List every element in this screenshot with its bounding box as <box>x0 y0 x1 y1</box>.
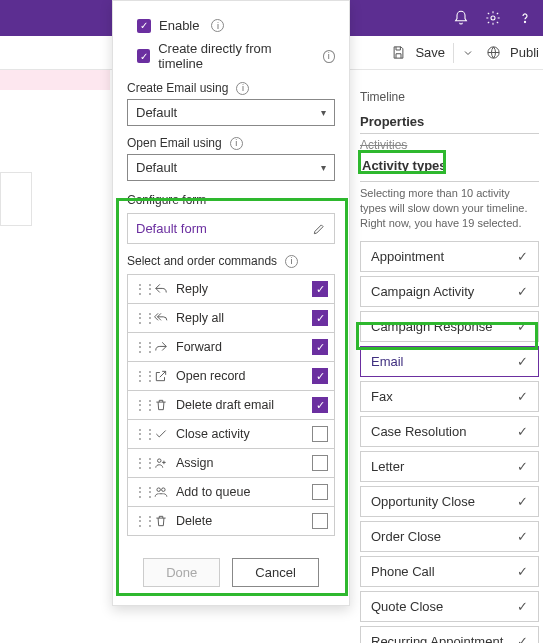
create-email-label: Create Email usingi <box>127 81 335 95</box>
activity-types-header[interactable]: Activity types <box>360 154 447 177</box>
create-from-timeline-checkbox[interactable]: ✓ <box>137 49 150 63</box>
gear-icon[interactable] <box>483 8 503 28</box>
command-row[interactable]: ⋮⋮Forward✓ <box>127 333 335 362</box>
activity-type-label: Email <box>371 354 404 369</box>
create-from-timeline-label: Create directly from timeline <box>158 41 310 71</box>
command-row[interactable]: ⋮⋮Open record✓ <box>127 362 335 391</box>
info-icon[interactable]: i <box>285 255 298 268</box>
drag-handle-icon[interactable]: ⋮⋮ <box>134 369 146 383</box>
activity-type-list: Appointment✓Campaign Activity✓Campaign R… <box>360 241 539 643</box>
command-label: Open record <box>176 369 306 383</box>
command-row[interactable]: ⋮⋮Add to queue <box>127 478 335 507</box>
create-email-select[interactable]: Default▾ <box>127 99 335 126</box>
command-list: ⋮⋮Reply✓⋮⋮Reply all✓⋮⋮Forward✓⋮⋮Open rec… <box>127 274 335 536</box>
activity-type-label: Order Close <box>371 529 441 544</box>
command-checkbox[interactable] <box>312 513 328 529</box>
activity-type-label: Campaign Response <box>371 319 492 334</box>
divider <box>453 43 454 63</box>
divider <box>360 181 539 182</box>
drag-handle-icon[interactable]: ⋮⋮ <box>134 282 146 296</box>
queue-icon <box>152 485 170 499</box>
command-row[interactable]: ⋮⋮Reply all✓ <box>127 304 335 333</box>
publish-icon <box>486 45 504 60</box>
command-checkbox[interactable]: ✓ <box>312 368 328 384</box>
publish-button[interactable]: Publi <box>510 45 539 60</box>
command-row[interactable]: ⋮⋮Delete <box>127 507 335 536</box>
assign-icon <box>152 456 170 470</box>
replyall-icon <box>152 311 170 325</box>
chevron-down-icon[interactable] <box>462 47 480 59</box>
activity-type-item[interactable]: Campaign Activity✓ <box>360 276 539 307</box>
drag-handle-icon[interactable]: ⋮⋮ <box>134 514 146 528</box>
activity-type-item[interactable]: Case Resolution✓ <box>360 416 539 447</box>
timeline-title: Timeline <box>360 90 539 104</box>
divider <box>360 133 539 134</box>
command-row[interactable]: ⋮⋮Reply✓ <box>127 274 335 304</box>
activity-type-item[interactable]: Quote Close✓ <box>360 591 539 622</box>
command-label: Close activity <box>176 427 306 441</box>
drag-handle-icon[interactable]: ⋮⋮ <box>134 340 146 354</box>
check-icon: ✓ <box>517 634 528 643</box>
default-form-row[interactable]: Default form <box>127 213 335 244</box>
command-checkbox[interactable]: ✓ <box>312 397 328 413</box>
activity-type-item[interactable]: Phone Call✓ <box>360 556 539 587</box>
open-icon <box>152 369 170 383</box>
activity-type-item[interactable]: Recurring Appointment✓ <box>360 626 539 643</box>
info-icon[interactable]: i <box>230 137 243 150</box>
bg-box <box>0 172 32 226</box>
bell-icon[interactable] <box>451 8 471 28</box>
command-checkbox[interactable]: ✓ <box>312 310 328 326</box>
drag-handle-icon[interactable]: ⋮⋮ <box>134 427 146 441</box>
command-checkbox[interactable] <box>312 484 328 500</box>
check-icon: ✓ <box>517 599 528 614</box>
info-icon[interactable]: i <box>236 82 249 95</box>
save-button[interactable]: Save <box>415 45 445 60</box>
check-icon: ✓ <box>517 319 528 334</box>
check-icon: ✓ <box>517 424 528 439</box>
activity-type-item[interactable]: Campaign Response✓ <box>360 311 539 342</box>
activity-type-label: Recurring Appointment <box>371 634 503 643</box>
command-checkbox[interactable]: ✓ <box>312 339 328 355</box>
cancel-button[interactable]: Cancel <box>232 558 318 587</box>
chevron-down-icon: ▾ <box>321 162 326 173</box>
command-row[interactable]: ⋮⋮Close activity <box>127 420 335 449</box>
command-checkbox[interactable] <box>312 426 328 442</box>
command-row[interactable]: ⋮⋮Assign <box>127 449 335 478</box>
activity-type-item[interactable]: Appointment✓ <box>360 241 539 272</box>
open-email-select[interactable]: Default▾ <box>127 154 335 181</box>
command-checkbox[interactable]: ✓ <box>312 281 328 297</box>
activity-type-item[interactable]: Email✓ <box>360 346 539 377</box>
activity-type-item[interactable]: Opportunity Close✓ <box>360 486 539 517</box>
drag-handle-icon[interactable]: ⋮⋮ <box>134 398 146 412</box>
check-icon: ✓ <box>517 529 528 544</box>
check-icon: ✓ <box>517 564 528 579</box>
help-icon[interactable] <box>515 8 535 28</box>
command-row[interactable]: ⋮⋮Delete draft email✓ <box>127 391 335 420</box>
drag-handle-icon[interactable]: ⋮⋮ <box>134 456 146 470</box>
activity-type-item[interactable]: Order Close✓ <box>360 521 539 552</box>
activity-type-item[interactable]: Letter✓ <box>360 451 539 482</box>
svg-point-4 <box>157 488 161 492</box>
select-commands-label: Select and order commandsi <box>127 254 335 268</box>
svg-point-3 <box>158 459 162 463</box>
pencil-icon[interactable] <box>312 222 326 236</box>
command-checkbox[interactable] <box>312 455 328 471</box>
enable-checkbox[interactable]: ✓ <box>137 19 151 33</box>
drag-handle-icon[interactable]: ⋮⋮ <box>134 485 146 499</box>
activity-type-item[interactable]: Fax✓ <box>360 381 539 412</box>
info-icon[interactable]: i <box>323 50 335 63</box>
enable-label: Enable <box>159 18 199 33</box>
activity-type-label: Campaign Activity <box>371 284 474 299</box>
save-icon <box>391 45 409 60</box>
activity-types-note: Selecting more than 10 activity types wi… <box>360 186 539 231</box>
command-label: Reply <box>176 282 306 296</box>
command-label: Forward <box>176 340 306 354</box>
svg-point-1 <box>524 21 525 22</box>
activity-type-label: Quote Close <box>371 599 443 614</box>
activity-type-label: Phone Call <box>371 564 435 579</box>
info-icon[interactable]: i <box>211 19 224 32</box>
activity-type-label: Opportunity Close <box>371 494 475 509</box>
check-icon: ✓ <box>517 354 528 369</box>
command-label: Reply all <box>176 311 306 325</box>
drag-handle-icon[interactable]: ⋮⋮ <box>134 311 146 325</box>
